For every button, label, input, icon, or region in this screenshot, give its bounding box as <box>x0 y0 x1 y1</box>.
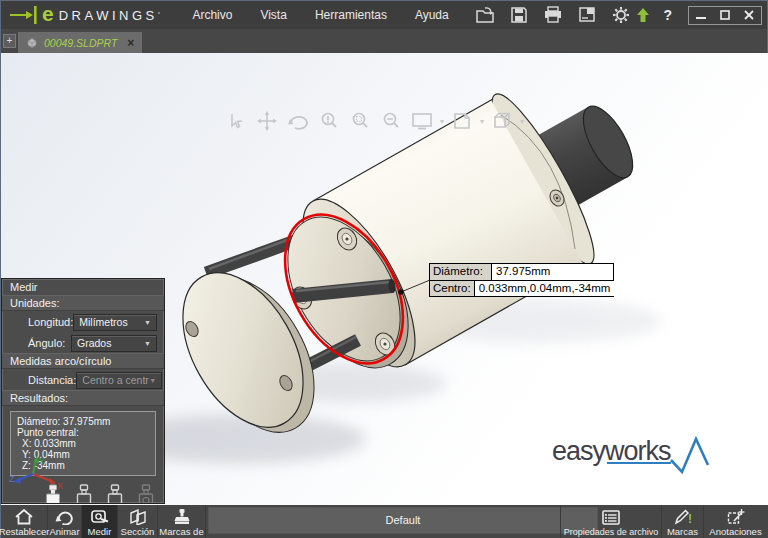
distance-dropdown[interactable]: Centro a centro ▼ <box>76 372 162 389</box>
tab-bar: + 00049.SLDPRT × <box>1 29 767 53</box>
orientation-triad: Z Y X <box>9 456 65 494</box>
zoom-area-icon[interactable] <box>349 110 371 132</box>
results-header: Resultados: <box>2 390 164 406</box>
anotaciones-button[interactable]: Anotaciones <box>703 505 767 538</box>
svg-text:Z: Z <box>9 474 15 484</box>
propiedades-archivo-button[interactable]: Propiedades de archivo <box>561 505 661 538</box>
file-properties-icon <box>601 509 621 526</box>
open-icon[interactable] <box>475 5 495 25</box>
maximize-button[interactable] <box>713 7 737 24</box>
section-icon <box>128 508 148 525</box>
chevron-down-icon: ▼ <box>144 319 151 326</box>
angle-units-dropdown[interactable]: Grados ▼ <box>71 335 157 352</box>
chevron-down-icon[interactable]: ▾ <box>520 117 524 126</box>
chevron-down-icon[interactable]: ▾ <box>440 117 444 126</box>
menu-vista[interactable]: Vista <box>246 2 300 28</box>
drawing-sheet-icon[interactable] <box>451 110 473 132</box>
measurement-tooltip: Diámetro: 37.975mm Centro: 0.033mm,0.04m… <box>429 263 614 297</box>
edrawings-logo: e DRAWINGS ˚ <box>9 2 160 28</box>
marcas-de-button[interactable]: Marcas de <box>158 505 206 538</box>
menu-items: Archivo Vista Herramientas Ayuda <box>178 2 462 28</box>
menu-bar: e DRAWINGS ˚ Archivo Vista Herramientas … <box>1 1 767 29</box>
chevron-down-icon: ▼ <box>149 377 156 384</box>
publish-icon[interactable] <box>577 5 597 25</box>
tab-label: 00049.SLDPRT <box>44 37 117 49</box>
settings-gear-icon[interactable] <box>611 5 631 25</box>
home-icon <box>14 508 34 525</box>
pan-icon[interactable] <box>256 110 278 132</box>
tooltip-row: Diámetro: 37.975mm <box>430 264 613 280</box>
menu-archivo[interactable]: Archivo <box>178 2 246 28</box>
animar-button[interactable]: Animar <box>48 505 82 538</box>
measure-tape-icon <box>90 508 110 525</box>
rotate-icon[interactable] <box>287 110 309 132</box>
units-header: Unidades: <box>2 295 164 311</box>
edrawings-window: e DRAWINGS ˚ Archivo Vista Herramientas … <box>0 0 768 538</box>
orientation-cube-icon[interactable] <box>491 110 513 132</box>
pencil-markup-icon: ! <box>673 508 693 525</box>
print-icon[interactable] <box>543 5 563 25</box>
minimize-button[interactable] <box>689 7 713 24</box>
help-button[interactable]: ? <box>663 7 672 23</box>
watermark-text-easy: easy <box>552 436 605 467</box>
menu-herramientas[interactable]: Herramientas <box>301 2 401 28</box>
menu-ayuda[interactable]: Ayuda <box>401 2 463 28</box>
save-icon[interactable] <box>509 5 529 25</box>
watermark-text-works: works <box>605 436 671 467</box>
medir-button[interactable]: Medir <box>82 505 118 538</box>
measure-option-icon[interactable] <box>106 484 124 504</box>
svg-text:X: X <box>57 481 63 490</box>
part-icon <box>26 37 38 48</box>
svg-text:!: ! <box>688 512 692 525</box>
marcas-button[interactable]: ! Marcas <box>661 505 703 538</box>
easyworks-watermark: easy works <box>552 436 711 476</box>
length-label: Longitud: <box>28 316 73 328</box>
animate-icon <box>55 508 74 525</box>
select-icon[interactable] <box>225 110 247 132</box>
measurement-point <box>398 289 404 295</box>
view-toolbar: ▾ ▾ ▾ <box>225 110 522 132</box>
measure-option-icon[interactable] <box>75 484 93 504</box>
upload-arrow-icon[interactable] <box>633 5 653 25</box>
logo-name: DRAWINGS <box>59 8 158 23</box>
zoom-out-icon[interactable] <box>380 110 402 132</box>
stamp-icon <box>173 508 191 525</box>
tooltip-row: Centro: 0.033mm,0.04mm,-34mm <box>430 280 613 296</box>
logo-e: e <box>42 2 54 26</box>
angle-label: Ángulo: <box>28 337 71 349</box>
distance-label: Distancia: <box>28 374 76 386</box>
panel-title: Medir <box>2 279 164 295</box>
logo-arrow-icon <box>9 5 39 25</box>
seccion-button[interactable]: Sección <box>118 505 158 538</box>
svg-text:Y: Y <box>39 456 45 466</box>
measure-option-disabled-icon <box>137 484 155 504</box>
zoom-fit-icon[interactable] <box>318 110 340 132</box>
restablecer-button[interactable]: Restablecer <box>1 505 48 538</box>
tab-00049[interactable]: 00049.SLDPRT × <box>18 32 142 53</box>
display-mode-icon[interactable] <box>411 110 433 132</box>
configuration-bar[interactable]: Default <box>208 507 598 534</box>
new-tab-button[interactable]: + <box>3 34 16 48</box>
chevron-down-icon[interactable]: ▾ <box>480 117 484 126</box>
arc-circle-header: Medidas arco/círculo <box>2 353 164 369</box>
tab-close-icon[interactable]: × <box>127 36 134 50</box>
length-units-dropdown[interactable]: Milímetros ▼ <box>73 314 157 331</box>
chevron-down-icon: ▼ <box>144 340 151 347</box>
close-button[interactable] <box>737 7 761 24</box>
window-controls <box>688 6 762 25</box>
annotations-icon <box>726 508 746 525</box>
watermark-zigzag-icon <box>669 434 711 476</box>
